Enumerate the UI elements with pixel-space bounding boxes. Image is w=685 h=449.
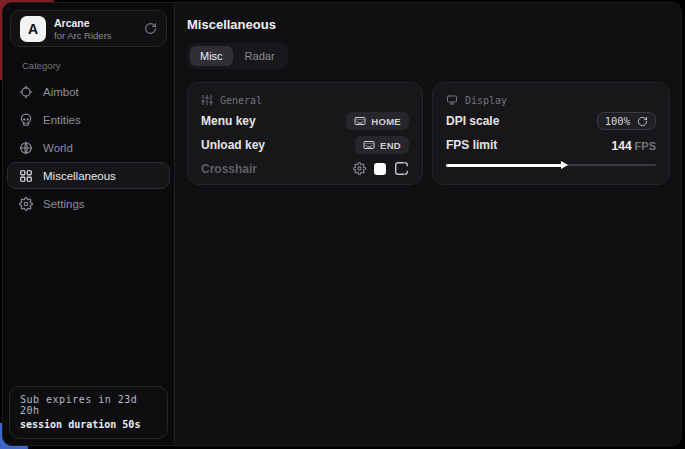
display-card-header: Display — [446, 94, 656, 106]
tab-radar[interactable]: Radar — [235, 46, 285, 66]
fps-limit-slider[interactable] — [446, 161, 656, 170]
keyboard-icon — [363, 139, 375, 151]
grid-icon — [19, 169, 33, 183]
main-panel: Miscellaneous Misc Radar General Menu ke… — [175, 3, 682, 445]
menu-key-label: Menu key — [201, 114, 256, 128]
tab-misc[interactable]: Misc — [190, 46, 233, 66]
subscription-status-card: Sub expires in 23d 20h session duration … — [9, 386, 168, 439]
fps-limit-value-group: 144FPS — [612, 136, 656, 154]
fps-limit-row: FPS limit 144FPS — [446, 136, 656, 154]
unload-key-row: Unload key END — [201, 136, 409, 154]
profile-card: A Arcane for Arc Riders — [10, 10, 167, 47]
skull-icon — [19, 113, 33, 127]
sidebar-item-label: Settings — [43, 198, 85, 210]
display-card-title: Display — [465, 95, 507, 106]
outline-box-icon[interactable] — [394, 161, 409, 176]
menu-key-value: HOME — [371, 116, 401, 127]
app-subtitle: for Arc Riders — [54, 30, 136, 41]
category-label: Category — [22, 60, 174, 71]
general-card-title: General — [220, 95, 262, 106]
unload-key-value: END — [380, 140, 401, 151]
sidebar-item-label: Entities — [43, 114, 81, 126]
fps-limit-value: 144 — [612, 139, 632, 153]
refresh-icon — [637, 116, 648, 127]
profile-text: Arcane for Arc Riders — [54, 17, 136, 41]
sidebar-item-label: World — [43, 142, 73, 154]
crosshair-row: Crosshair — [201, 160, 409, 177]
sidebar-item-label: Aimbot — [43, 86, 79, 98]
general-card-header: General — [201, 94, 409, 106]
crosshair-controls — [353, 161, 409, 176]
sidebar-nav: Aimbot Entities World Miscellaneous — [3, 78, 174, 217]
sidebar-item-miscellaneous[interactable]: Miscellaneous — [7, 162, 170, 189]
fps-limit-label: FPS limit — [446, 138, 497, 152]
app-logo: A — [20, 16, 46, 42]
globe-icon — [19, 141, 33, 155]
dpi-scale-value: 100% — [605, 115, 630, 127]
crosshair-settings-gear-icon[interactable] — [353, 162, 366, 175]
crosshair-icon — [19, 85, 33, 99]
tab-bar: Misc Radar — [187, 43, 288, 69]
sidebar-item-world[interactable]: World — [7, 134, 170, 161]
cards-row: General Menu key HOME Unload key — [187, 82, 670, 185]
sidebar-item-label: Miscellaneous — [43, 170, 116, 182]
gear-icon — [19, 197, 33, 211]
display-card: Display DPI scale 100% FPS limit 144FPS — [432, 82, 670, 185]
unload-key-bind-button[interactable]: END — [355, 136, 409, 154]
dpi-scale-row: DPI scale 100% — [446, 112, 656, 130]
fps-limit-unit: FPS — [635, 140, 656, 152]
crosshair-label: Crosshair — [201, 162, 257, 176]
crosshair-color-swatch[interactable] — [374, 163, 386, 175]
session-duration-text: session duration 50s — [20, 419, 157, 430]
refresh-icon[interactable] — [144, 22, 157, 35]
app-window: A Arcane for Arc Riders Category Aimbot — [2, 2, 682, 446]
page-title: Miscellaneous — [187, 17, 670, 32]
sub-expiry-text: Sub expires in 23d 20h — [20, 394, 157, 416]
monitor-icon — [446, 94, 458, 106]
unload-key-label: Unload key — [201, 138, 265, 152]
sidebar-item-entities[interactable]: Entities — [7, 106, 170, 133]
menu-key-row: Menu key HOME — [201, 112, 409, 130]
sidebar-item-aimbot[interactable]: Aimbot — [7, 78, 170, 105]
sliders-icon — [201, 94, 213, 106]
sidebar-item-settings[interactable]: Settings — [7, 190, 170, 217]
fps-slider-thumb[interactable] — [561, 161, 568, 169]
app-title: Arcane — [54, 17, 136, 29]
menu-key-bind-button[interactable]: HOME — [346, 112, 409, 130]
fps-slider-fill — [446, 164, 564, 167]
sidebar: A Arcane for Arc Riders Category Aimbot — [3, 3, 175, 445]
keyboard-icon — [354, 115, 366, 127]
app-logo-letter: A — [28, 21, 38, 37]
dpi-scale-control[interactable]: 100% — [597, 112, 656, 130]
general-card: General Menu key HOME Unload key — [187, 82, 423, 185]
dpi-scale-label: DPI scale — [446, 114, 499, 128]
